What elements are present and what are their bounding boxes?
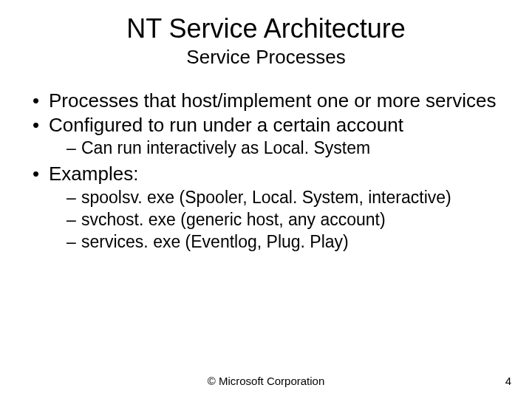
bullet-item: Examples: spoolsv. exe (Spooler, Local. … (30, 163, 502, 252)
bullet-list: Processes that host/implement one or mor… (30, 89, 502, 252)
sub-bullet-text: svchost. exe (generic host, any account) (81, 210, 386, 229)
bullet-item: Processes that host/implement one or mor… (30, 89, 502, 112)
bullet-item: Configured to run under a certain accoun… (30, 114, 502, 159)
bullet-text: Examples: (49, 163, 138, 185)
sub-bullet-text: services. exe (Eventlog, Plug. Play) (81, 232, 349, 251)
slide: NT Service Architecture Service Processe… (0, 0, 532, 399)
sub-bullet-list: Can run interactively as Local. System (49, 137, 502, 158)
page-number: 4 (505, 375, 511, 387)
bullet-text: Processes that host/implement one or mor… (49, 89, 496, 112)
bullet-text: Configured to run under a certain accoun… (49, 114, 403, 136)
slide-subtitle: Service Processes (30, 46, 502, 69)
sub-bullet-text: spoolsv. exe (Spooler, Local. System, in… (81, 188, 451, 207)
slide-title: NT Service Architecture (30, 13, 502, 44)
footer-copyright: © Microsoft Corporation (0, 375, 532, 387)
sub-bullet-text: Can run interactively as Local. System (81, 138, 370, 157)
sub-bullet-list: spoolsv. exe (Spooler, Local. System, in… (49, 187, 502, 252)
sub-bullet-item: services. exe (Eventlog, Plug. Play) (66, 231, 502, 252)
sub-bullet-item: spoolsv. exe (Spooler, Local. System, in… (66, 187, 502, 208)
sub-bullet-item: Can run interactively as Local. System (66, 137, 502, 158)
sub-bullet-item: svchost. exe (generic host, any account) (66, 209, 502, 230)
